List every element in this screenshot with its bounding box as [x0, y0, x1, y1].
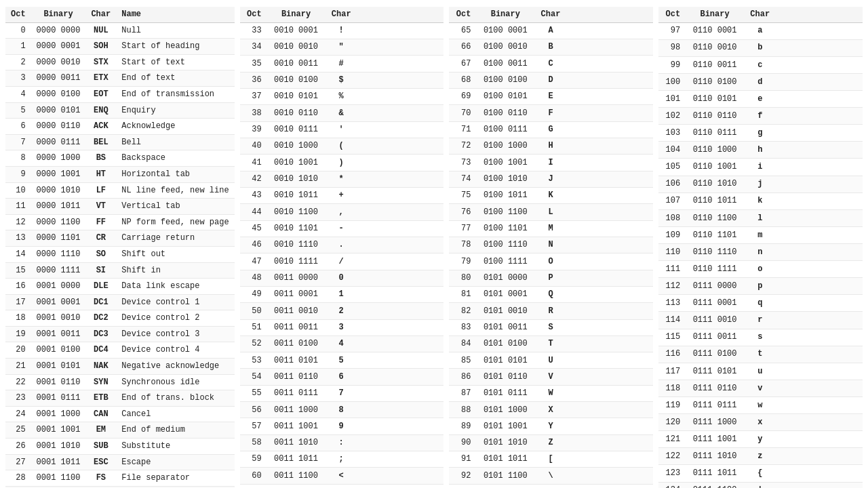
col-header-1: Binary [686, 7, 744, 22]
table-row: 870101 0111W [449, 385, 653, 401]
cell-r22-c3: Synchronous idle [116, 374, 234, 390]
cell-r8-c2: ) [325, 155, 357, 171]
cell-r27-c3 [567, 468, 653, 484]
cell-r3-c3 [776, 73, 863, 90]
cell-r4-c2: % [325, 88, 357, 104]
cell-r3-c2: d [744, 73, 776, 90]
cell-r17-c2: 2 [325, 303, 357, 319]
cell-r8-c3 [357, 155, 443, 171]
cell-r24-c1: 0001 1000 [31, 406, 86, 422]
cell-r18-c2: S [534, 319, 567, 336]
cell-r2-c3 [357, 56, 443, 72]
table-row: 1190111 0111w [658, 397, 863, 414]
table-row: 150000 1111SIShift in [5, 262, 235, 279]
col-header-1: Binary [31, 7, 86, 22]
table-row: 460010 1110. [240, 237, 444, 253]
cell-r2-c0: 2 [5, 54, 31, 70]
cell-r23-c0: 88 [449, 402, 476, 418]
cell-r3-c2: ETX [85, 70, 116, 87]
cell-r24-c3: Cancel [116, 406, 234, 422]
table-row: 750100 1011K [449, 187, 653, 203]
table-row: 1000110 0100d [658, 73, 863, 90]
cell-r20-c2: DC4 [85, 342, 116, 359]
cell-r15-c0: 80 [449, 270, 476, 286]
cell-r26-c3 [776, 465, 863, 482]
cell-r25-c1: 0111 1010 [686, 448, 744, 465]
cell-r23-c1: 0011 1000 [267, 402, 326, 418]
cell-r9-c2: j [744, 176, 776, 192]
ascii-table-4: OctBinaryChar970110 0001a980110 0010b990… [658, 7, 863, 488]
table-row: 1150111 0011s [658, 329, 863, 346]
cell-r27-c0: 124 [658, 482, 686, 488]
cell-r14-c0: 14 [5, 246, 31, 262]
cell-r28-c2: = [325, 484, 357, 488]
cell-r28-c1: 0001 1100 [31, 470, 86, 487]
table-row: 1180111 0110v [658, 380, 863, 396]
cell-r7-c0: 104 [658, 142, 686, 159]
cell-r13-c1: 0010 1110 [267, 237, 326, 253]
table-row: 880101 1000X [449, 402, 653, 418]
cell-r26-c0: 26 [5, 439, 31, 455]
cell-r16-c0: 113 [658, 295, 686, 312]
cell-r22-c0: 55 [240, 385, 267, 401]
cell-r23-c1: 0101 1000 [476, 402, 534, 418]
cell-r6-c3 [567, 121, 653, 138]
cell-r26-c3 [357, 451, 443, 468]
cell-r6-c0: 71 [449, 121, 476, 138]
cell-r19-c3 [776, 346, 863, 363]
cell-r23-c3: End of trans. block [116, 390, 234, 407]
table-row: 680100 0100D [449, 72, 653, 88]
cell-r15-c0: 48 [240, 270, 267, 286]
cell-r26-c3 [567, 451, 653, 468]
cell-r22-c0: 22 [5, 374, 31, 390]
cell-r17-c1: 0001 0001 [31, 294, 86, 310]
table-row: 1080110 1100l [658, 209, 863, 226]
cell-r6-c3: Acknowledge [116, 119, 234, 135]
cell-r6-c1: 0000 0110 [31, 119, 86, 135]
cell-r3-c2: D [534, 72, 567, 88]
cell-r2-c2: # [325, 56, 357, 72]
table-row: 130000 1101CRCarriage return [5, 230, 235, 247]
cell-r4-c0: 4 [5, 86, 31, 102]
cell-r4-c3: End of transmission [116, 86, 234, 102]
cell-r12-c3 [776, 226, 863, 243]
cell-r6-c3 [776, 125, 863, 142]
col-header-1: Binary [267, 7, 326, 22]
cell-r20-c0: 117 [658, 363, 686, 380]
cell-r10-c1: 0100 1011 [476, 187, 534, 203]
table-row: 30000 0011ETXEnd of text [5, 70, 235, 87]
cell-r12-c3: NP form feed, new page [116, 214, 234, 230]
cell-r12-c2: - [325, 220, 357, 237]
cell-r13-c3: Carriage return [116, 230, 234, 247]
cell-r20-c1: 0111 0101 [686, 363, 744, 380]
table-row: 410010 1001) [240, 155, 444, 171]
cell-r10-c2: + [325, 187, 357, 203]
cell-r15-c2: 0 [325, 270, 357, 286]
cell-r5-c2: ENQ [85, 102, 116, 119]
cell-r5-c0: 70 [449, 105, 476, 121]
cell-r0-c0: 0 [5, 22, 31, 39]
cell-r20-c0: 85 [449, 352, 476, 369]
cell-r22-c2: 7 [325, 385, 357, 401]
cell-r11-c3: Vertical tab [116, 199, 234, 215]
cell-r25-c1: 0011 1010 [267, 434, 326, 451]
table-row: 860101 0110V [449, 369, 653, 385]
cell-r8-c3: Backspace [116, 150, 234, 167]
cell-r0-c3 [776, 22, 863, 39]
table-row: 990110 0011c [658, 56, 863, 73]
cell-r6-c1: 0110 0111 [686, 125, 744, 142]
table-row: 510011 00113 [240, 319, 444, 336]
table-row: 660100 0010B [449, 39, 653, 55]
cell-r22-c1: 0111 0111 [686, 397, 744, 414]
cell-r24-c0: 89 [449, 418, 476, 434]
cell-r10-c1: 0000 1010 [31, 182, 86, 199]
cell-r28-c2: ] [534, 484, 567, 488]
cell-r6-c2: g [744, 125, 776, 142]
table-row: 170001 0001DC1Device control 1 [5, 294, 235, 310]
table-row: 250001 1001EMEnd of medium [5, 422, 235, 439]
table-row: 840101 0100T [449, 336, 653, 352]
table-row: 580011 1010: [240, 434, 444, 451]
cell-r8-c0: 8 [5, 150, 31, 167]
cell-r24-c2: Y [534, 418, 567, 434]
cell-r1-c1: 0000 0001 [31, 39, 86, 55]
